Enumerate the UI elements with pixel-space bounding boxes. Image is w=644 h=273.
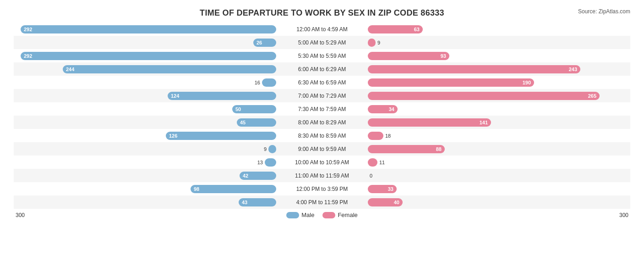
male-bar: 244 <box>63 65 276 73</box>
male-bar: 42 <box>240 172 276 180</box>
male-value: 26 <box>253 40 262 45</box>
male-value: 244 <box>63 67 74 72</box>
male-bar: 45 <box>237 118 276 127</box>
female-value: 40 <box>394 200 403 205</box>
female-swatch <box>322 212 335 218</box>
male-bar: 292 <box>21 25 276 33</box>
male-swatch <box>286 212 299 218</box>
male-value: 124 <box>168 93 179 99</box>
bottom-bar: 300 Male Female 300 <box>14 212 630 218</box>
table-row: 45 8:00 AM to 8:29 AM 141 <box>14 116 630 129</box>
table-row: 43 4:00 PM to 11:59 PM 40 <box>14 195 630 209</box>
table-row: 42 11:00 AM to 11:59 AM 0 <box>14 169 630 182</box>
male-value: 292 <box>21 53 32 59</box>
time-label: 7:00 AM to 7:29 AM <box>276 93 368 99</box>
female-value: 190 <box>523 80 534 85</box>
female-value: 33 <box>388 186 397 192</box>
male-bar: 98 <box>191 185 276 193</box>
time-label: 6:00 AM to 6:29 AM <box>276 66 368 72</box>
table-row: 16 6:30 AM to 6:59 AM 190 <box>14 76 630 89</box>
male-value: 126 <box>166 133 177 139</box>
male-value: 45 <box>237 120 246 125</box>
male-value: 43 <box>239 200 247 205</box>
male-value: 50 <box>232 106 241 112</box>
axis-left: 300 <box>16 212 25 218</box>
table-row: 9 9:00 AM to 9:59 AM 88 <box>14 142 630 156</box>
male-bar: 126 <box>166 132 276 140</box>
chart-container: TIME OF DEPARTURE TO WORK BY SEX IN ZIP … <box>0 0 644 273</box>
female-label: Female <box>338 212 357 218</box>
legend-male: Male <box>286 212 314 218</box>
female-value: 265 <box>588 93 600 99</box>
female-value: 9 <box>377 40 380 45</box>
female-value: 11 <box>379 160 385 165</box>
male-bar: 26 <box>253 39 276 47</box>
male-value: 42 <box>240 173 248 178</box>
legend-female: Female <box>322 212 357 218</box>
female-bar: 265 <box>368 92 600 100</box>
time-label: 11:00 AM to 11:59 AM <box>276 173 368 179</box>
table-row: 98 12:00 PM to 3:59 PM 33 <box>14 182 630 195</box>
table-row: 244 6:00 AM to 6:29 AM 243 <box>14 62 630 76</box>
male-bar: 13 <box>265 158 276 167</box>
male-bar: 50 <box>232 105 276 113</box>
male-value: 98 <box>191 186 199 192</box>
female-bar: 88 <box>368 145 445 153</box>
time-label: 5:00 AM to 5:29 AM <box>276 39 368 46</box>
female-value: 243 <box>569 67 580 72</box>
male-bar: 9 <box>268 145 276 153</box>
female-bar: 63 <box>368 25 423 33</box>
female-value: 93 <box>441 53 449 59</box>
time-label: 12:00 PM to 3:59 PM <box>276 186 368 192</box>
time-label: 7:30 AM to 7:59 AM <box>276 106 368 112</box>
male-value: 16 <box>255 80 260 85</box>
time-label: 8:00 AM to 8:29 AM <box>276 119 368 126</box>
female-value: 63 <box>414 27 423 32</box>
time-label: 6:30 AM to 6:59 AM <box>276 79 368 86</box>
table-row: 124 7:00 AM to 7:29 AM 265 <box>14 89 630 102</box>
table-row: 292 12:00 AM to 4:59 AM 63 <box>14 22 630 36</box>
table-row: 26 5:00 AM to 5:29 AM 9 <box>14 36 630 49</box>
table-row: 292 5:30 AM to 5:59 AM 93 <box>14 49 630 62</box>
male-value: 9 <box>264 146 267 152</box>
female-bar: 243 <box>368 65 580 73</box>
female-bar: 190 <box>368 78 534 87</box>
female-bar: 93 <box>368 52 449 60</box>
source-text: Source: ZipAtlas.com <box>578 8 630 15</box>
axis-right: 300 <box>619 212 628 218</box>
time-label: 12:00 AM to 4:59 AM <box>276 26 368 33</box>
female-bar: 18 <box>368 132 383 140</box>
male-label: Male <box>301 212 314 218</box>
time-label: 5:30 AM to 5:59 AM <box>276 53 368 59</box>
male-value: 292 <box>21 27 32 32</box>
legend: Male Female <box>286 212 358 218</box>
female-value: 34 <box>389 106 398 112</box>
table-row: 126 8:30 AM to 8:59 AM 18 <box>14 129 630 142</box>
female-bar: 141 <box>368 118 491 127</box>
time-label: 10:00 AM to 10:59 AM <box>276 159 368 166</box>
female-value: 88 <box>436 146 445 152</box>
table-row: 50 7:30 AM to 7:59 AM 34 <box>14 102 630 116</box>
female-value: 141 <box>480 120 491 125</box>
female-bar: 33 <box>368 185 397 193</box>
time-label: 4:00 PM to 11:59 PM <box>276 199 368 206</box>
table-row: 13 10:00 AM to 10:59 AM 11 <box>14 156 630 169</box>
female-value: 0 <box>370 173 372 178</box>
male-bar: 16 <box>262 78 276 87</box>
female-value: 18 <box>385 133 391 139</box>
male-bar: 124 <box>168 92 276 100</box>
time-label: 9:00 AM to 9:59 AM <box>276 146 368 152</box>
female-bar: 11 <box>368 158 377 167</box>
male-bar: 43 <box>239 198 276 206</box>
female-bar: 9 <box>368 39 376 47</box>
female-bar: 34 <box>368 105 398 113</box>
time-label: 8:30 AM to 8:59 AM <box>276 133 368 139</box>
chart-title: TIME OF DEPARTURE TO WORK BY SEX IN ZIP … <box>14 8 630 18</box>
male-bar: 292 <box>21 52 276 60</box>
male-value: 13 <box>257 160 263 165</box>
female-bar: 40 <box>368 198 403 206</box>
rows-wrapper: 292 12:00 AM to 4:59 AM 63 26 5:00 AM to… <box>14 22 630 209</box>
